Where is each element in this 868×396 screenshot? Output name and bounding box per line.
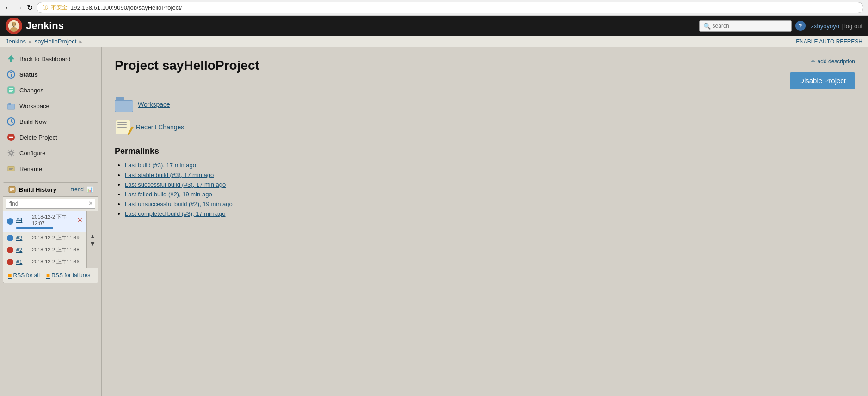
build-entry-1[interactable]: #1 2018-12-2 上午11:46 xyxy=(3,256,86,268)
search-icon: 🔍 xyxy=(703,23,711,30)
build-number-4[interactable]: #4 xyxy=(16,217,29,223)
build-number-1[interactable]: #1 xyxy=(16,259,29,265)
jenkins-logo-text: Jenkins xyxy=(26,20,64,32)
permalink-link-3[interactable]: Last failed build (#2), 19 min ago xyxy=(125,191,212,198)
sidebar-item-status[interactable]: Status xyxy=(0,67,101,82)
username-link[interactable]: zxbyoyoyo xyxy=(811,23,839,30)
build-time-1: 2018-12-2 上午11:46 xyxy=(32,258,83,265)
reload-button[interactable]: ↻ xyxy=(27,3,33,12)
permalink-link-1[interactable]: Last stable build (#3), 17 min ago xyxy=(125,171,214,178)
build-number-2[interactable]: #2 xyxy=(16,247,29,253)
recent-changes-link[interactable]: Recent Changes xyxy=(136,123,184,131)
breadcrumb-jenkins[interactable]: Jenkins xyxy=(6,38,26,45)
security-warning-text: 不安全 xyxy=(51,4,68,12)
url-text: 192.168.61.100:9090/job/sayHelloProject/ xyxy=(70,4,182,11)
sidebar-item-rename[interactable]: Rename xyxy=(0,161,101,177)
build-time-2: 2018-12-2 上午11:48 xyxy=(32,246,83,253)
list-item: Last failed build (#2), 19 min ago xyxy=(125,191,855,198)
sidebar-item-workspace[interactable]: Workspace xyxy=(0,98,101,114)
list-item: Last unsuccessful build (#2), 19 min ago xyxy=(125,201,855,207)
build-time-3: 2018-12-2 上午11:49 xyxy=(32,234,83,241)
permalink-link-5[interactable]: Last completed build (#3), 17 min ago xyxy=(125,210,226,217)
build-progress-bar-4 xyxy=(16,227,53,229)
svg-point-18 xyxy=(10,152,12,154)
breadcrumb-project[interactable]: sayHelloProject xyxy=(35,38,76,45)
permalinks-list: Last build (#3), 17 min ago Last stable … xyxy=(115,162,855,217)
sidebar-label-workspace: Workspace xyxy=(19,103,49,110)
help-button[interactable]: ? xyxy=(795,21,806,31)
workspace-link[interactable]: Workspace xyxy=(138,101,170,108)
permalink-link-4[interactable]: Last unsuccessful build (#2), 19 min ago xyxy=(125,201,233,207)
changes-icon xyxy=(6,85,16,95)
rss-links: ■ RSS for all ■ RSS for failures xyxy=(3,268,98,283)
sidebar-item-changes[interactable]: Changes xyxy=(0,82,101,98)
permalinks-title: Permalinks xyxy=(115,146,855,156)
build-history-title: Build History xyxy=(19,186,68,193)
search-input[interactable] xyxy=(713,23,788,29)
breadcrumb: Jenkins ► sayHelloProject ► ENABLE AUTO … xyxy=(0,36,868,47)
build-history-trend-link[interactable]: trend xyxy=(71,186,84,193)
build-history-search-input[interactable] xyxy=(6,199,95,209)
list-item: Last completed build (#3), 17 min ago xyxy=(125,210,855,217)
build-status-dot-1 xyxy=(7,259,13,265)
search-clear-button[interactable]: ✕ xyxy=(88,200,93,207)
svg-point-3 xyxy=(12,24,13,25)
list-item: Last build (#3), 17 min ago xyxy=(125,162,855,169)
delete-icon xyxy=(6,133,16,142)
disable-project-button[interactable]: Disable Project xyxy=(790,72,855,89)
svg-rect-8 xyxy=(11,74,12,77)
svg-point-4 xyxy=(15,24,16,25)
scroll-down-button[interactable]: ▼ xyxy=(88,240,97,247)
sidebar-item-delete-project[interactable]: Delete Project xyxy=(0,129,101,145)
sidebar-label-build-now: Build Now xyxy=(19,118,47,125)
rename-icon xyxy=(6,164,16,173)
rss-failures-link[interactable]: ■ RSS for failures xyxy=(46,272,91,279)
list-item: Last successful build (#3), 17 min ago xyxy=(125,181,855,188)
workspace-icon xyxy=(6,101,16,110)
configure-icon xyxy=(6,148,16,158)
auto-refresh-link[interactable]: ENABLE AUTO REFRESH xyxy=(796,38,862,45)
rss-failures-icon: ■ xyxy=(46,272,50,279)
edit-icon: ✏ xyxy=(811,58,816,65)
security-warning-icon: ⓘ xyxy=(43,4,48,12)
user-info: zxbyoyoyo | log out xyxy=(811,23,862,30)
sidebar-label-delete-project: Delete Project xyxy=(19,134,57,141)
breadcrumb-sep2: ► xyxy=(78,39,83,44)
logout-link[interactable]: | log out xyxy=(841,23,862,30)
rss-all-icon: ■ xyxy=(8,272,12,279)
workspace-link-item: Workspace xyxy=(115,97,855,112)
build-entry-4[interactable]: #4 2018-12-2 下午12:07 ✕ xyxy=(3,211,86,232)
svg-rect-14 xyxy=(8,103,11,105)
permalinks-section: Permalinks Last build (#3), 17 min ago L… xyxy=(115,146,855,217)
permalink-link-2[interactable]: Last successful build (#3), 17 min ago xyxy=(125,181,226,188)
build-entry-2[interactable]: #2 2018-12-2 上午11:48 xyxy=(3,244,86,256)
permalink-link-0[interactable]: Last build (#3), 17 min ago xyxy=(125,162,196,169)
breadcrumb-sep1: ► xyxy=(28,39,33,44)
build-delete-4[interactable]: ✕ xyxy=(77,216,83,224)
arrow-up-icon xyxy=(6,54,16,63)
sidebar-item-back-dashboard[interactable]: Back to Dashboard xyxy=(0,51,101,67)
build-history-icon xyxy=(8,185,16,194)
project-title: Project sayHelloProject xyxy=(115,58,855,73)
forward-button[interactable]: → xyxy=(16,4,23,12)
list-item: Last stable build (#3), 17 min ago xyxy=(125,171,855,178)
sidebar-item-configure[interactable]: Configure xyxy=(0,145,101,161)
build-entry-3[interactable]: #3 2018-12-2 上午11:49 xyxy=(3,232,86,244)
svg-rect-19 xyxy=(8,166,14,171)
add-description-link[interactable]: ✏ add description xyxy=(811,58,855,65)
sidebar: Back to Dashboard Status xyxy=(0,47,102,396)
project-links: Workspace Recent Changes xyxy=(115,97,855,135)
scroll-up-button[interactable]: ▲ xyxy=(88,232,97,240)
jenkins-logo: Jenkins xyxy=(6,18,64,34)
recent-changes-link-item: Recent Changes xyxy=(115,119,855,135)
sidebar-label-back-dashboard: Back to Dashboard xyxy=(19,55,71,62)
rss-all-link[interactable]: ■ RSS for all xyxy=(8,272,40,279)
build-icon xyxy=(6,117,16,126)
content-area: ✏ add description Disable Project Projec… xyxy=(102,47,868,396)
build-number-3[interactable]: #3 xyxy=(16,235,29,241)
svg-point-2 xyxy=(10,27,18,32)
build-history-panel: Build History trend 📊 ✕ #4 2018-12 xyxy=(3,182,98,283)
jenkins-logo-icon xyxy=(6,18,22,34)
sidebar-item-build-now[interactable]: Build Now xyxy=(0,114,101,129)
back-button[interactable]: ← xyxy=(5,4,12,12)
